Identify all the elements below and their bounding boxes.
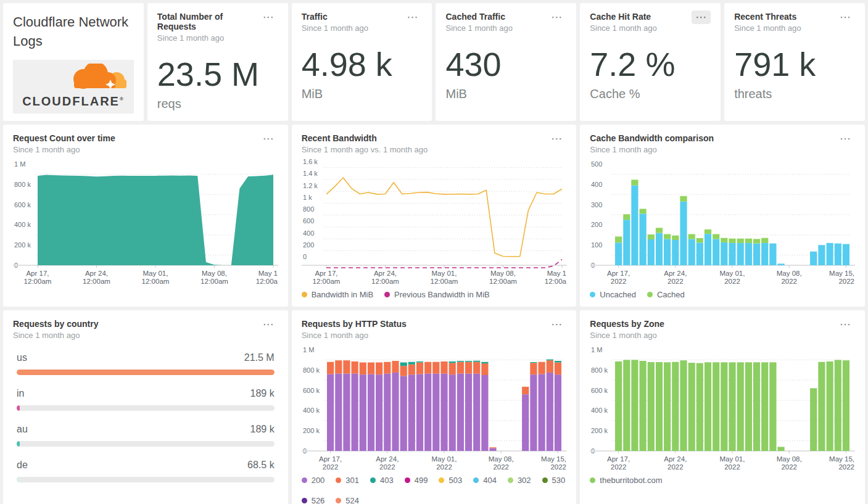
svg-text:200: 200 bbox=[591, 221, 602, 228]
svg-text:Apr 17,12:00am: Apr 17,12:00am bbox=[312, 270, 340, 285]
svg-text:200 k: 200 k bbox=[591, 427, 608, 434]
legend-label: 403 bbox=[380, 476, 394, 485]
requests-by-country-chart[interactable]: us21.5 Min189 kau189 kde68.5 k bbox=[13, 352, 278, 482]
legend-item[interactable]: Cached bbox=[647, 290, 685, 299]
panel-subtitle: Since 1 month ago bbox=[302, 331, 407, 340]
legend-item[interactable]: Uncached bbox=[590, 290, 636, 299]
svg-text:May 01,12:00am: May 01,12:00am bbox=[142, 270, 170, 285]
panel-menu-button[interactable]: ⋯ bbox=[259, 10, 278, 24]
panel-subtitle: Since 1 month ago vs. 1 month ago bbox=[302, 145, 428, 154]
country-row[interactable]: in189 k bbox=[17, 388, 275, 411]
svg-text:400 k: 400 k bbox=[591, 407, 608, 414]
svg-text:Apr 24,2022: Apr 24,2022 bbox=[664, 455, 687, 471]
country-row[interactable]: us21.5 M bbox=[17, 352, 275, 375]
panel-menu-button[interactable]: ⋯ bbox=[836, 318, 855, 331]
panel-menu-button[interactable]: ⋯ bbox=[547, 132, 566, 146]
legend-color-dot-icon bbox=[336, 498, 341, 503]
panel-requests-by-http-status: Requests by HTTP Status Since 1 month ag… bbox=[292, 310, 577, 504]
country-value: 68.5 k bbox=[247, 460, 275, 471]
dashboard-title: Cloudflare Network Logs bbox=[13, 13, 134, 51]
country-bar-track bbox=[17, 477, 275, 482]
request-count-chart[interactable]: 1 M800 k600 k400 k200 k0Apr 17,12:00amAp… bbox=[13, 157, 278, 285]
legend-item[interactable]: theburritobot.com bbox=[590, 476, 662, 485]
legend-item[interactable]: 526 bbox=[302, 496, 325, 504]
legend-label: Uncached bbox=[600, 290, 636, 299]
country-bar-track bbox=[17, 405, 275, 411]
panel-menu-button[interactable]: ⋯ bbox=[692, 10, 711, 24]
panel-title: Requests by country bbox=[13, 319, 98, 329]
panel-subtitle: Since 1 month ago bbox=[13, 145, 115, 154]
svg-text:500: 500 bbox=[591, 160, 602, 168]
panel-menu-button[interactable]: ⋯ bbox=[836, 132, 855, 146]
svg-text:May 01,2022: May 01,2022 bbox=[431, 455, 457, 471]
chart-legend: 200301403499503404302530526524 bbox=[302, 476, 567, 504]
legend-color-dot-icon bbox=[439, 477, 444, 483]
legend-label: Previous Bandwidth in MiB bbox=[394, 290, 490, 299]
svg-text:May 01,12:00am: May 01,12:00am bbox=[430, 270, 458, 285]
panel-menu-button[interactable]: ⋯ bbox=[547, 318, 566, 331]
legend-color-dot-icon bbox=[302, 477, 307, 483]
panel-menu-button[interactable]: ⋯ bbox=[836, 10, 855, 24]
svg-text:Apr 24,2022: Apr 24,2022 bbox=[664, 270, 687, 285]
svg-text:May 112:00a: May 112:00a bbox=[256, 270, 278, 285]
recent-bandwidth-chart[interactable]: 1.6 k1.4 k1.2 k1 k8006004002000Apr 17,12… bbox=[302, 157, 567, 285]
svg-text:May 01,2022: May 01,2022 bbox=[720, 270, 745, 285]
legend-item[interactable]: 403 bbox=[370, 476, 394, 485]
stat-unit: Cache % bbox=[590, 87, 711, 101]
legend-item[interactable]: 530 bbox=[542, 476, 566, 485]
panel-menu-button[interactable]: ⋯ bbox=[259, 132, 278, 146]
panel-menu-button[interactable]: ⋯ bbox=[403, 10, 422, 24]
legend-label: Cached bbox=[657, 290, 685, 299]
svg-text:1 M: 1 M bbox=[303, 346, 314, 353]
svg-text:200 k: 200 k bbox=[303, 427, 320, 434]
legend-item[interactable]: Bandwidth in MiB bbox=[302, 290, 373, 299]
legend-color-dot-icon bbox=[647, 292, 653, 297]
registered-mark: ® bbox=[120, 96, 125, 102]
panel-title: Request Count over time bbox=[13, 133, 115, 143]
country-label: in bbox=[17, 388, 24, 399]
cache-bandwidth-chart[interactable]: 5004003002001000Apr 17,2022Apr 24,2022Ma… bbox=[590, 157, 855, 285]
legend-label: 499 bbox=[415, 476, 428, 485]
legend-label: 524 bbox=[345, 496, 359, 504]
legend-item[interactable]: 499 bbox=[405, 476, 428, 485]
country-row[interactable]: au189 k bbox=[17, 424, 275, 447]
chart-legend: theburritobot.com bbox=[590, 476, 855, 485]
country-bar bbox=[17, 441, 20, 447]
country-value: 189 k bbox=[250, 424, 275, 435]
cloudflare-wordmark: CLOUDFLARE® bbox=[13, 94, 134, 109]
svg-text:May 08,2022: May 08,2022 bbox=[777, 455, 802, 471]
legend-item[interactable]: 503 bbox=[439, 476, 462, 485]
panel-requests-by-country: Requests by country Since 1 month ago ⋯ … bbox=[3, 310, 288, 504]
legend-item[interactable]: 404 bbox=[473, 476, 497, 485]
legend-item[interactable]: Previous Bandwidth in MiB bbox=[384, 290, 490, 299]
legend-item[interactable]: 200 bbox=[302, 476, 325, 485]
legend-color-dot-icon bbox=[405, 477, 410, 483]
legend-item[interactable]: 302 bbox=[508, 476, 531, 485]
panel-title: Requests by Zone bbox=[590, 319, 664, 329]
panel-subtitle: Since 1 month ago bbox=[590, 331, 664, 340]
legend-item[interactable]: 301 bbox=[336, 476, 359, 485]
requests-by-zone-chart[interactable]: 1 M800 k600 k400 k200 k0Apr 17,2022Apr 2… bbox=[590, 342, 855, 471]
svg-text:800: 800 bbox=[303, 205, 314, 213]
legend-item[interactable]: 524 bbox=[336, 496, 359, 504]
stat-row: Cloudflare Network Logs CLOUDFLARE® bbox=[3, 3, 865, 121]
svg-text:1.4 k: 1.4 k bbox=[303, 170, 318, 177]
stat-value: 23.5 M bbox=[157, 57, 278, 91]
panel-header-logo: Cloudflare Network Logs CLOUDFLARE® bbox=[3, 3, 144, 121]
svg-text:600 k: 600 k bbox=[591, 386, 608, 394]
country-row[interactable]: de68.5 k bbox=[17, 460, 275, 482]
legend-label: 301 bbox=[345, 476, 359, 485]
legend-color-dot-icon bbox=[302, 498, 307, 503]
stat-unit: MiB bbox=[445, 87, 566, 101]
stat-value: 7.2 % bbox=[590, 48, 711, 81]
stat-unit: reqs bbox=[157, 97, 278, 111]
panel-menu-button[interactable]: ⋯ bbox=[259, 318, 278, 331]
panel-recent-threats: Recent Threats Since 1 month ago ⋯ 791 k… bbox=[724, 3, 865, 121]
svg-text:0: 0 bbox=[303, 253, 307, 260]
svg-text:800 k: 800 k bbox=[591, 366, 608, 373]
legend-color-dot-icon bbox=[590, 292, 595, 297]
http-status-chart[interactable]: 1 M800 k600 k400 k200 k0Apr 17,2022Apr 2… bbox=[302, 342, 567, 471]
panel-menu-button[interactable]: ⋯ bbox=[547, 10, 566, 24]
svg-text:300: 300 bbox=[591, 200, 602, 208]
stat-value: 791 k bbox=[734, 48, 855, 81]
